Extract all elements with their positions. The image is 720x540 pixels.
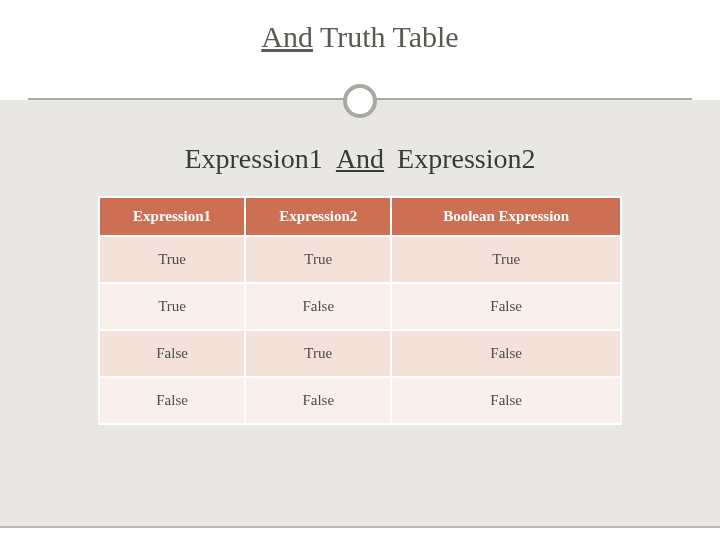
slide-title: And Truth Table	[0, 20, 720, 54]
operator-and: And	[330, 143, 390, 174]
cell-expr1: True	[99, 236, 245, 283]
title-rest: Truth Table	[320, 20, 459, 53]
slide: And Truth Table Expression1 And Expressi…	[0, 0, 720, 540]
col-header-expression1: Expression1	[99, 197, 245, 236]
table-row: False False False	[99, 377, 621, 424]
cell-expr2: True	[245, 330, 391, 377]
footer-divider	[0, 526, 720, 528]
operand-left: Expression1	[184, 143, 322, 174]
cell-result: False	[391, 377, 621, 424]
cell-expr2: True	[245, 236, 391, 283]
col-header-result: Boolean Expression	[391, 197, 621, 236]
col-header-expression2: Expression2	[245, 197, 391, 236]
title-ring-ornament	[343, 84, 377, 118]
table-row: True True True	[99, 236, 621, 283]
table-row: True False False	[99, 283, 621, 330]
truth-table-container: Expression1 Expression2 Boolean Expressi…	[98, 196, 622, 425]
table-row: False True False	[99, 330, 621, 377]
cell-expr2: False	[245, 283, 391, 330]
cell-expr1: False	[99, 377, 245, 424]
cell-result: False	[391, 330, 621, 377]
cell-result: False	[391, 283, 621, 330]
cell-expr1: True	[99, 283, 245, 330]
title-underlined: And	[261, 20, 313, 53]
table-header-row: Expression1 Expression2 Boolean Expressi…	[99, 197, 621, 236]
cell-expr1: False	[99, 330, 245, 377]
operand-right: Expression2	[397, 143, 535, 174]
expression-template: Expression1 And Expression2	[0, 143, 720, 175]
cell-expr2: False	[245, 377, 391, 424]
cell-result: True	[391, 236, 621, 283]
truth-table: Expression1 Expression2 Boolean Expressi…	[98, 196, 622, 425]
